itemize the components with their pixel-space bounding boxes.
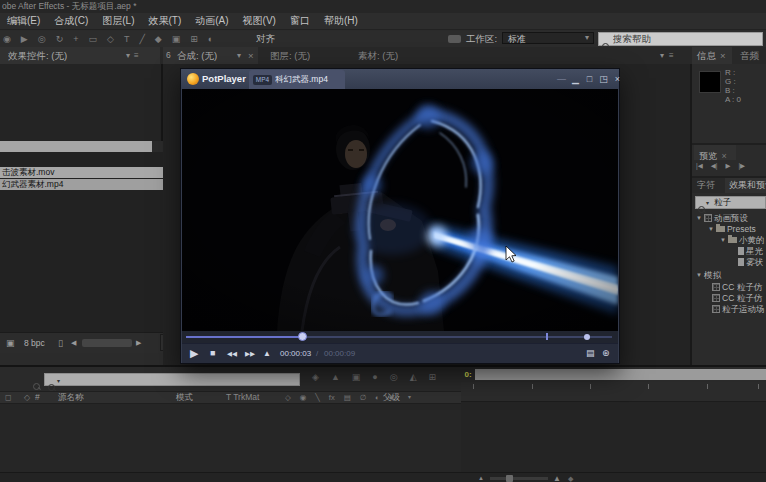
timeline-search-input[interactable]: ▾ [44, 373, 300, 386]
minimize-icon[interactable]: ▁ [571, 74, 580, 84]
zoom-in-icon[interactable]: ▲ [553, 474, 561, 482]
caret-down-icon[interactable]: ▾ [660, 47, 664, 64]
tab-effect-controls[interactable]: 效果控件: (无) ▾ ≡ [0, 47, 160, 64]
rotate-tool-icon[interactable]: ↻ [56, 34, 64, 44]
comp-panel-menu-icon[interactable]: ≡ [669, 47, 674, 64]
zoom-tool-icon[interactable]: ◎ [38, 34, 46, 44]
volume-track[interactable] [551, 336, 587, 338]
eraser-tool-icon[interactable]: ▣ [172, 34, 181, 44]
workspace-caret-icon[interactable]: ▾ [585, 29, 589, 46]
tree-item-effect[interactable]: CC 粒子仿 [712, 282, 762, 293]
seek-handle[interactable] [298, 332, 307, 341]
menu-composition[interactable]: 合成(C) [54, 14, 88, 28]
project-file-row[interactable]: 击波素材.mov [0, 167, 166, 178]
tab-effects-presets[interactable]: 效果和预设 [725, 178, 766, 193]
close-icon[interactable]: × [720, 47, 726, 64]
frame-blend-icon[interactable]: ● [372, 372, 377, 382]
tab-footage[interactable]: 素材: (无) [358, 47, 398, 64]
puppet-tool-icon[interactable]: ⊞ [190, 34, 198, 44]
graph-editor-icon[interactable]: ◭ [410, 372, 417, 382]
draft-3d-icon[interactable]: ▲ [331, 372, 340, 382]
menu-window[interactable]: 窗口 [290, 14, 310, 28]
close-icon[interactable]: × [721, 151, 726, 161]
play-button[interactable]: ▶ [190, 344, 198, 363]
prev-frame-icon[interactable]: ◀| [711, 162, 718, 170]
tree-item-preset[interactable]: 雾状 [738, 257, 763, 268]
volume-handle[interactable] [584, 334, 590, 340]
menu-view[interactable]: 视图(V) [243, 14, 276, 28]
pen-tool-icon[interactable]: ◇ [107, 34, 114, 44]
camera-tool-icon[interactable]: ◐ [208, 34, 213, 44]
caret-down-icon[interactable]: ▾ [237, 47, 241, 64]
text-tool-icon[interactable]: T [124, 34, 130, 44]
zoom-out-icon[interactable]: ▲ [478, 475, 484, 481]
zoom-slider-handle[interactable] [506, 475, 513, 482]
effects-search-input[interactable]: ▾ 粒子 [695, 196, 766, 209]
twirl-down-icon[interactable]: ▼ [708, 226, 714, 232]
timeline-ruler[interactable]: 0: [461, 369, 766, 380]
close-icon[interactable]: × [248, 47, 254, 64]
column-parent[interactable]: 父级 [383, 392, 400, 403]
caret-down-icon[interactable]: ▾ [408, 392, 411, 403]
film-icon[interactable]: ▣ [6, 333, 15, 353]
tree-item-preset[interactable]: 星光 [738, 246, 763, 257]
potplayer-titlebar[interactable]: PotPlayer ▾ MP4 科幻武器.mp4 — ▁ □ ◳ × [181, 69, 619, 89]
tab-info[interactable]: 信息 × [692, 47, 732, 64]
column-mode[interactable]: 模式 [176, 392, 193, 403]
tab-composition[interactable]: 6 合成: (无) ▾ × [163, 47, 258, 64]
twirl-down-icon[interactable]: ▼ [720, 237, 726, 243]
marker-icon[interactable]: ◆ [568, 475, 573, 482]
current-time-display[interactable]: 0: [461, 369, 475, 380]
panel-menu-icon[interactable]: ≡ [134, 47, 139, 64]
timeline-layer-area[interactable] [0, 404, 461, 472]
tree-item-presets-folder[interactable]: ▼Presets [708, 224, 756, 235]
comp-mini-flowchart-icon[interactable]: ◈ [312, 372, 319, 382]
first-frame-icon[interactable]: |◀ [696, 162, 703, 170]
tab-character[interactable]: 字符 [697, 178, 715, 193]
tree-item-custom-folder[interactable]: ▼小黄的 [720, 235, 764, 246]
timeline-tick-strip[interactable] [461, 382, 766, 401]
play-icon[interactable]: ▶ [725, 162, 730, 170]
scroll-right-icon[interactable]: ▶ [136, 333, 141, 353]
column-source-name[interactable]: 源名称 [58, 392, 84, 403]
menu-layer[interactable]: 图层(L) [102, 14, 134, 28]
brush-tool-icon[interactable]: ╱ [139, 34, 144, 44]
motion-blur-icon[interactable]: ◎ [390, 372, 398, 382]
open-button[interactable]: ▲ [263, 344, 271, 363]
brainstorm-icon[interactable]: ⊞ [429, 372, 437, 382]
caret-down-icon[interactable]: ▾ [126, 47, 130, 64]
workspace-select[interactable]: 标准 [502, 32, 594, 44]
timeline-zoom-slider[interactable] [490, 477, 548, 480]
maximize-icon[interactable]: □ [585, 74, 594, 84]
next-button[interactable]: ▶▶ [245, 344, 255, 363]
selection-tool-icon[interactable]: ▶ [21, 34, 28, 44]
hide-shy-icon[interactable]: ▣ [352, 372, 361, 382]
scroll-left-icon[interactable]: ◀ [71, 333, 76, 353]
potplayer-media-tab[interactable]: MP4 科幻武器.mp4 [249, 70, 345, 89]
mask-tool-icon[interactable]: ▭ [88, 34, 97, 44]
hand-tool-icon[interactable]: ◉ [3, 34, 11, 44]
help-search-input[interactable]: 搜索帮助 [598, 32, 763, 46]
twirl-down-icon[interactable]: ▼ [696, 215, 702, 221]
pan-behind-tool-icon[interactable]: + [73, 34, 78, 44]
footer-scrollbar[interactable] [82, 339, 132, 347]
menu-animation[interactable]: 动画(A) [195, 14, 228, 28]
menu-help[interactable]: 帮助(H) [324, 14, 358, 28]
playlist-icon[interactable]: ▤ [586, 344, 595, 363]
close-icon[interactable]: × [613, 74, 622, 84]
timeline-track-area[interactable] [461, 401, 766, 473]
next-frame-icon[interactable]: |▶ [738, 162, 745, 170]
tab-audio[interactable]: 音频 [740, 47, 759, 64]
clone-tool-icon[interactable]: ◆ [155, 34, 162, 44]
tab-preview[interactable]: 预览 × [694, 145, 736, 160]
video-display[interactable] [182, 89, 618, 331]
tree-item-effect[interactable]: CC 粒子仿 [712, 293, 762, 304]
tab-layer[interactable]: 图层: (无) [270, 47, 310, 64]
menu-edit[interactable]: 编辑(E) [7, 14, 40, 28]
potplayer-window[interactable]: PotPlayer ▾ MP4 科幻武器.mp4 — ▁ □ ◳ × [180, 68, 620, 364]
stop-button[interactable]: ■ [210, 344, 215, 363]
twirl-down-icon[interactable]: ▼ [696, 272, 702, 278]
bit-depth-label[interactable]: 8 bpc [24, 333, 45, 353]
pin-icon[interactable]: — [557, 74, 566, 84]
column-trkmat[interactable]: T TrkMat [226, 392, 259, 403]
